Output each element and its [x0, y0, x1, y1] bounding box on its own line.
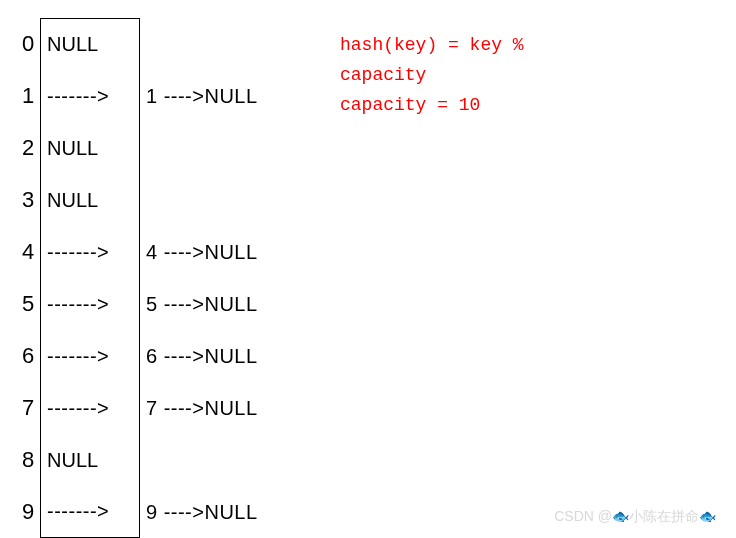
arrow-icon: ------->	[47, 293, 109, 316]
bucket-index: 3	[16, 187, 40, 213]
bucket-index: 5	[16, 291, 40, 317]
chain-null: NULL	[204, 345, 257, 368]
bucket-cell: ------->	[40, 70, 140, 122]
chain-node: 5	[140, 293, 164, 316]
hash-formula: hash(key) = key % capacity capacity = 10	[340, 30, 524, 120]
chain-node: 6	[140, 345, 164, 368]
chain-node: 1	[140, 85, 164, 108]
chain-node: 7	[140, 397, 164, 420]
bucket-index: 1	[16, 83, 40, 109]
bucket-index: 9	[16, 499, 40, 525]
chain-node: 4	[140, 241, 164, 264]
chain: ------->	[47, 397, 109, 420]
chain: ------->	[47, 85, 109, 108]
arrow-icon: ---->	[164, 345, 205, 368]
bucket-row: 8 NULL	[16, 434, 736, 486]
arrow-icon: ---->	[164, 85, 205, 108]
chain-tail: 5 ----> NULL	[140, 293, 258, 316]
arrow-icon: ---->	[164, 397, 205, 420]
bucket-row: 2 NULL	[16, 122, 736, 174]
arrow-icon: ---->	[164, 293, 205, 316]
chain-null: NULL	[204, 501, 257, 524]
bucket-index: 0	[16, 31, 40, 57]
bucket-cell: ------->	[40, 278, 140, 330]
arrow-icon: ------->	[47, 500, 109, 523]
chain: ------->	[47, 345, 109, 368]
watermark: CSDN @🐟小陈在拼命🐟	[554, 508, 716, 526]
chain: ------->	[47, 241, 109, 264]
chain-null: NULL	[204, 293, 257, 316]
bucket-row: 3 NULL	[16, 174, 736, 226]
chain-tail: 1 ----> NULL	[140, 85, 258, 108]
bucket-index: 6	[16, 343, 40, 369]
chain-tail: 6 ----> NULL	[140, 345, 258, 368]
arrow-icon: ---->	[164, 241, 205, 264]
arrow-icon: ------->	[47, 397, 109, 420]
chain: ------->	[47, 500, 109, 523]
arrow-icon: ------->	[47, 241, 109, 264]
chain-null: NULL	[204, 85, 257, 108]
chain-node: 9	[140, 501, 164, 524]
bucket-cell: NULL	[40, 18, 140, 70]
chain: ------->	[47, 293, 109, 316]
bucket-cell: ------->	[40, 382, 140, 434]
bucket-index: 7	[16, 395, 40, 421]
chain-null: NULL	[204, 241, 257, 264]
formula-line: capacity	[340, 60, 524, 90]
formula-line: capacity = 10	[340, 90, 524, 120]
bucket-index: 4	[16, 239, 40, 265]
bucket-cell: ------->	[40, 330, 140, 382]
chain-tail: 4 ----> NULL	[140, 241, 258, 264]
bucket-cell: NULL	[40, 122, 140, 174]
bucket-index: 2	[16, 135, 40, 161]
arrow-icon: ---->	[164, 501, 205, 524]
arrow-icon: ------->	[47, 345, 109, 368]
arrow-icon: ------->	[47, 85, 109, 108]
bucket-row: 6 -------> 6 ----> NULL	[16, 330, 736, 382]
bucket-cell: ------->	[40, 486, 140, 538]
bucket-index: 8	[16, 447, 40, 473]
bucket-cell: NULL	[40, 434, 140, 486]
formula-line: hash(key) = key %	[340, 30, 524, 60]
bucket-row: 5 -------> 5 ----> NULL	[16, 278, 736, 330]
chain-tail: 7 ----> NULL	[140, 397, 258, 420]
bucket-cell: NULL	[40, 174, 140, 226]
bucket-row: 7 -------> 7 ----> NULL	[16, 382, 736, 434]
chain-null: NULL	[204, 397, 257, 420]
bucket-cell: ------->	[40, 226, 140, 278]
chain-tail: 9 ----> NULL	[140, 501, 258, 524]
bucket-row: 4 -------> 4 ----> NULL	[16, 226, 736, 278]
